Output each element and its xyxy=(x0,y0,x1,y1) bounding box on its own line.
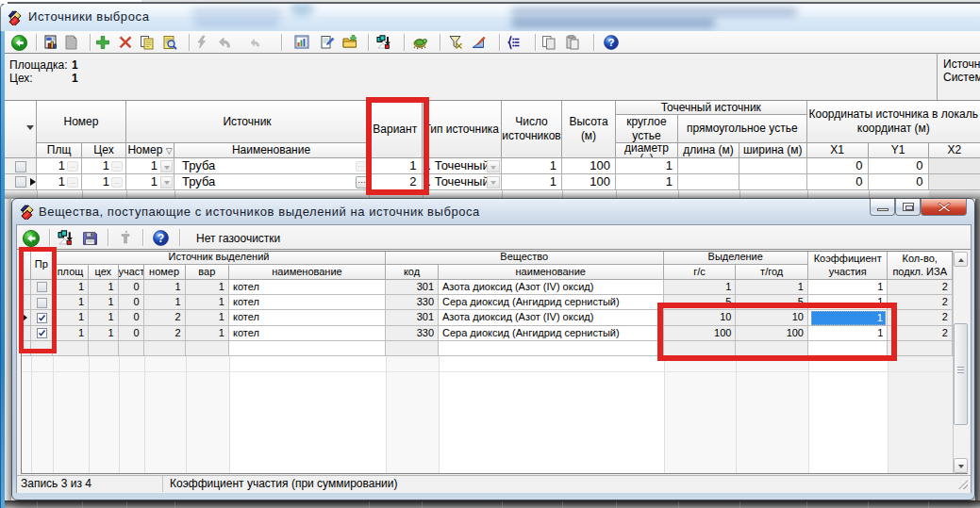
svg-text:?: ? xyxy=(158,232,164,245)
svg-text:?: ? xyxy=(607,37,614,48)
